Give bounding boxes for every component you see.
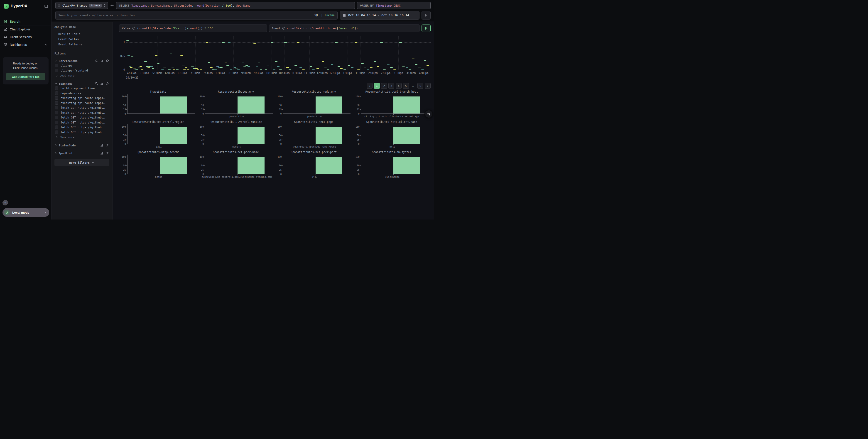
checkbox[interactable] (55, 111, 58, 114)
count-expression-input[interactable]: Count countDistinct(SpanAttributes['user… (269, 25, 420, 32)
attribute-chart[interactable]: SpanAttributes.db.system02550100clickhou… (353, 150, 431, 181)
page-button-1[interactable]: 1 (374, 83, 380, 89)
data-point[interactable] (131, 56, 133, 57)
data-point[interactable] (173, 69, 175, 70)
filter-option[interactable]: executing api route (app)… (55, 95, 109, 100)
data-point[interactable] (157, 63, 159, 64)
bar[interactable] (393, 127, 421, 144)
attribute-chart[interactable]: SpanAttributes.http.client.name02550100h… (353, 120, 431, 150)
data-point[interactable] (191, 66, 194, 66)
get-started-button[interactable]: Get Started for Free (6, 73, 45, 80)
data-point[interactable] (343, 69, 346, 70)
data-point[interactable] (200, 69, 203, 70)
data-point[interactable] (331, 64, 333, 65)
data-point[interactable] (297, 42, 300, 43)
checkbox[interactable] (55, 96, 58, 100)
mode-sql-toggle[interactable]: SQL (314, 13, 319, 17)
data-point[interactable] (286, 67, 289, 68)
attribute-chart[interactable]: ResourceAttribu...vercel.runtime02550100… (197, 120, 275, 150)
data-point[interactable] (197, 69, 199, 70)
data-point[interactable] (402, 66, 405, 66)
data-point[interactable] (183, 69, 186, 70)
data-point[interactable] (273, 69, 275, 70)
checkbox[interactable] (55, 101, 58, 105)
filter-option[interactable]: fetch GET https://github.… (55, 125, 109, 130)
data-point[interactable] (364, 67, 366, 67)
checkbox[interactable] (55, 69, 58, 72)
attribute-chart[interactable]: SpanAttributes.net.peer.port025501008443 (275, 150, 353, 181)
bar[interactable] (316, 96, 343, 114)
data-point[interactable] (136, 69, 138, 70)
data-point[interactable] (269, 63, 271, 63)
data-point[interactable] (265, 69, 267, 70)
data-point[interactable] (210, 67, 213, 68)
data-point[interactable] (409, 69, 411, 70)
data-point[interactable] (387, 64, 390, 65)
data-point[interactable] (370, 67, 373, 68)
bar[interactable] (316, 157, 343, 174)
filter-option[interactable]: fetch GET https://github.… (55, 105, 109, 110)
event-deltas-chart[interactable]: 00.51 4:30am5:00am5:30am6:00am6:30am7:00… (119, 36, 431, 81)
data-point[interactable] (175, 68, 177, 68)
attribute-chart[interactable]: SpanAttributes.next.page02550100/dashboa… (275, 120, 353, 150)
bar[interactable] (238, 96, 265, 114)
bar[interactable] (238, 127, 265, 144)
schema-badge[interactable]: Schema (89, 4, 102, 7)
data-point[interactable] (412, 59, 414, 59)
select-clause-input[interactable]: SELECT Timestamp, ServiceName, StatusCod… (116, 2, 355, 9)
data-point[interactable] (380, 42, 383, 43)
load-more-link[interactable]: Load more (55, 73, 109, 78)
filter-option[interactable]: dependencies (55, 91, 109, 96)
data-point[interactable] (146, 66, 149, 67)
checkbox[interactable] (55, 130, 58, 134)
run-query-button[interactable] (422, 25, 431, 32)
data-point[interactable] (172, 67, 174, 67)
data-point[interactable] (310, 66, 312, 67)
gear-icon[interactable] (110, 4, 114, 7)
bar[interactable] (160, 127, 187, 144)
data-point[interactable] (322, 61, 324, 62)
filter-option[interactable]: fetch GET https://github.… (55, 115, 109, 120)
data-point[interactable] (393, 69, 396, 70)
data-point[interactable] (215, 69, 217, 70)
attribute-chart[interactable]: ResourceAttribu..cel.branch_host02550100… (353, 90, 431, 120)
prev-page-button[interactable]: ‹ (367, 83, 373, 89)
chart-settings-fab[interactable] (425, 110, 433, 118)
attribute-chart[interactable]: SpanAttributes.http.scheme02550100https (119, 150, 197, 181)
data-point[interactable] (427, 65, 429, 66)
data-point[interactable] (141, 69, 144, 70)
filter-option[interactable]: clickpy-frontend (55, 68, 109, 73)
data-point[interactable] (220, 67, 222, 68)
filter-group-spanname[interactable]: SpanName (55, 81, 109, 86)
data-point[interactable] (161, 69, 164, 70)
data-point[interactable] (361, 63, 364, 64)
data-point[interactable] (187, 69, 189, 70)
filter-option[interactable]: build component tree (55, 86, 109, 91)
data-point[interactable] (182, 66, 185, 66)
pin-icon[interactable] (106, 144, 109, 147)
filter-option[interactable]: executing api route (app)… (55, 100, 109, 106)
sidebar-collapse-icon[interactable] (44, 4, 48, 8)
search-input[interactable] (58, 13, 311, 17)
data-point[interactable] (288, 69, 291, 70)
data-point[interactable] (129, 66, 131, 66)
value-expression-input[interactable]: Value (countIf(StatusCode='Error')/count… (119, 25, 267, 32)
chart-icon[interactable] (100, 59, 103, 62)
data-point[interactable] (367, 69, 369, 70)
data-point[interactable] (159, 65, 162, 65)
orderby-clause-input[interactable]: ORDER BY Timestamp DESC (357, 2, 431, 9)
data-point[interactable] (150, 66, 153, 67)
filter-group-spankind[interactable]: SpanKind (55, 151, 109, 155)
data-point[interactable] (357, 69, 360, 70)
data-point[interactable] (195, 68, 197, 69)
sidebar-item-chart-explorer[interactable]: Chart Explorer (0, 25, 51, 33)
data-point[interactable] (235, 68, 238, 69)
chart-icon[interactable] (100, 152, 103, 155)
bar[interactable] (160, 96, 187, 114)
data-point[interactable] (279, 69, 282, 70)
checkbox[interactable] (55, 116, 58, 119)
data-point[interactable] (130, 67, 132, 68)
checkbox[interactable] (55, 91, 58, 95)
data-point[interactable] (354, 42, 357, 43)
analysis-mode-event-patterns[interactable]: Event Patterns (55, 42, 109, 47)
